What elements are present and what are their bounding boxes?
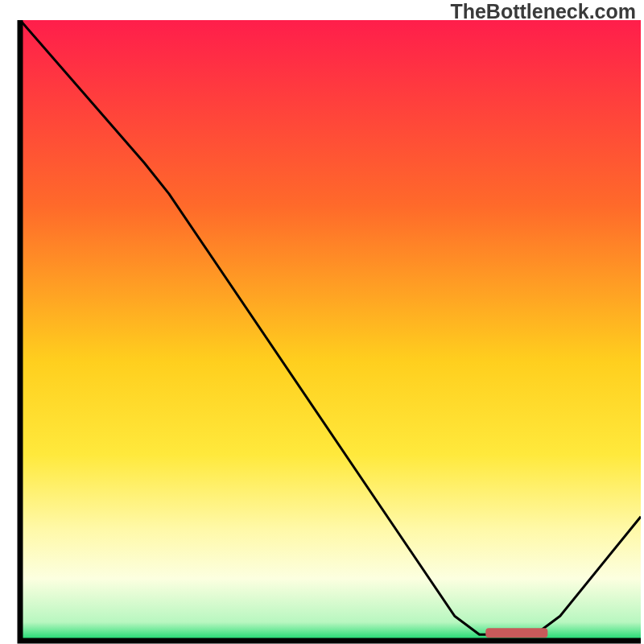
- plot-area: [20, 20, 641, 641]
- watermark-label: TheBottleneck.com: [450, 0, 636, 23]
- gradient-background: [20, 20, 641, 641]
- bottleneck-chart: TheBottleneck.com: [0, 0, 644, 644]
- optimal-range-marker: [485, 628, 547, 638]
- plot-svg: [0, 0, 644, 644]
